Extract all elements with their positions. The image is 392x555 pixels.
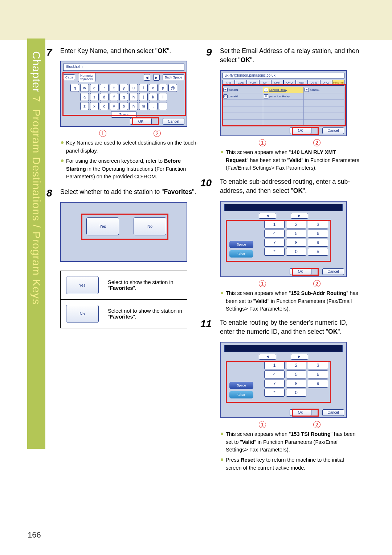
- contact-cell[interactable]: [263, 119, 304, 126]
- numkey-4[interactable]: 4: [264, 230, 285, 238]
- backspace-button[interactable]: Back Space: [163, 74, 184, 80]
- numkey-#[interactable]: #: [308, 248, 328, 256]
- key-p[interactable]: p: [159, 84, 167, 92]
- left-arrow-icon[interactable]: ◄: [259, 213, 276, 219]
- key-o[interactable]: o: [149, 84, 158, 92]
- numkey-2[interactable]: 2: [286, 361, 306, 369]
- cancel-button[interactable]: Cancel: [163, 118, 184, 125]
- contact-cell[interactable]: ✉pana01: [222, 87, 263, 93]
- space-key[interactable]: Space: [111, 111, 136, 118]
- ok-button[interactable]: OK: [130, 118, 152, 125]
- numkey-5[interactable]: 5: [286, 370, 306, 378]
- tab-favorite[interactable]: Favorite: [332, 80, 344, 86]
- numkey-1[interactable]: 1: [264, 220, 285, 228]
- key-b[interactable]: b: [119, 102, 128, 110]
- space-button[interactable]: Space: [229, 241, 253, 248]
- contact-cell[interactable]: ✉pana01: [304, 87, 344, 93]
- contact-cell[interactable]: [222, 119, 263, 126]
- ok-button[interactable]: OK: [290, 268, 311, 275]
- clear-button[interactable]: Clear: [229, 250, 253, 258]
- tab-lmn[interactable]: LMN: [271, 80, 283, 86]
- tab-uvw[interactable]: UVW: [308, 80, 320, 86]
- contact-cell[interactable]: [304, 93, 344, 100]
- clear-button[interactable]: Clear: [229, 391, 253, 398]
- numkey-2[interactable]: 2: [286, 220, 306, 228]
- key-i[interactable]: i: [139, 84, 148, 92]
- tab-rst[interactable]: RST: [296, 80, 308, 86]
- key-x[interactable]: x: [90, 102, 99, 110]
- key-s[interactable]: s: [90, 93, 99, 101]
- key-c[interactable]: c: [100, 102, 109, 110]
- contact-cell[interactable]: [222, 113, 263, 119]
- tab-fgh[interactable]: FGH: [247, 80, 259, 86]
- numkey-3[interactable]: 3: [308, 220, 328, 228]
- numkey-5[interactable]: 5: [286, 230, 306, 238]
- email-address-field[interactable]: uk-rly@london.panasonic.co.uk: [222, 73, 344, 78]
- contact-cell[interactable]: [263, 113, 304, 119]
- caps-button[interactable]: Caps: [63, 74, 75, 80]
- contact-cell[interactable]: [304, 106, 344, 113]
- key-n[interactable]: n: [129, 102, 138, 110]
- numkey-6[interactable]: 6: [308, 230, 328, 238]
- key-j[interactable]: j: [139, 93, 148, 101]
- contact-cell[interactable]: [263, 100, 304, 106]
- contact-cell[interactable]: ✉pana03: [222, 93, 263, 100]
- tab-#ab[interactable]: #AB: [222, 80, 235, 86]
- tab-ijk[interactable]: IJK: [259, 80, 271, 86]
- cancel-button[interactable]: Cancel: [322, 268, 344, 275]
- key-m[interactable]: m: [139, 102, 148, 110]
- tab-opq[interactable]: OPQ: [283, 80, 296, 86]
- numeric-symbols-button[interactable]: Numeric/ Symbols: [78, 73, 95, 82]
- key-@[interactable]: @: [168, 84, 177, 92]
- contact-cell[interactable]: [263, 106, 304, 113]
- key-k[interactable]: k: [149, 93, 158, 101]
- numkey-3[interactable]: 3: [308, 361, 328, 369]
- key-r[interactable]: r: [100, 84, 109, 92]
- ok-button[interactable]: OK: [290, 127, 311, 134]
- cancel-button[interactable]: Cancel: [322, 409, 344, 416]
- contact-cell[interactable]: [222, 106, 263, 113]
- contact-cell[interactable]: [304, 119, 344, 126]
- numkey-9[interactable]: 9: [308, 380, 328, 388]
- space-button[interactable]: Space: [229, 382, 253, 389]
- key-v[interactable]: v: [110, 102, 118, 110]
- tab-cde[interactable]: CDE: [235, 80, 247, 86]
- numkey-0[interactable]: 0: [286, 389, 306, 397]
- key-g[interactable]: g: [119, 93, 128, 101]
- keyboard-entry-field[interactable]: Stockholm: [63, 64, 184, 71]
- key-u[interactable]: u: [129, 84, 138, 92]
- key-f[interactable]: f: [110, 93, 118, 101]
- left-arrow-icon[interactable]: ◀: [144, 74, 150, 81]
- key-_[interactable]: _: [159, 102, 167, 110]
- contact-cell[interactable]: [222, 100, 263, 106]
- numkey-*[interactable]: *: [264, 389, 285, 397]
- key-e[interactable]: e: [90, 84, 99, 92]
- key-y[interactable]: y: [119, 84, 128, 92]
- numkey-7[interactable]: 7: [264, 239, 285, 247]
- right-arrow-icon[interactable]: ►: [291, 213, 308, 219]
- numkey-1[interactable]: 1: [264, 361, 285, 369]
- right-arrow-icon[interactable]: ▶: [153, 74, 160, 81]
- right-arrow-icon[interactable]: ►: [291, 354, 308, 360]
- key-z[interactable]: z: [80, 102, 89, 110]
- key-q[interactable]: q: [70, 84, 79, 92]
- yes-button[interactable]: Yes: [86, 217, 119, 235]
- contact-cell[interactable]: [304, 100, 344, 106]
- key-t[interactable]: t: [110, 84, 118, 92]
- contact-cell[interactable]: ✉pana_LanRelay: [263, 93, 304, 100]
- numkey-8[interactable]: 8: [286, 380, 306, 388]
- key-w[interactable]: w: [80, 84, 89, 92]
- key-.[interactable]: .: [149, 102, 158, 110]
- cancel-button[interactable]: Cancel: [322, 127, 344, 134]
- numkey-6[interactable]: 6: [308, 370, 328, 378]
- left-arrow-icon[interactable]: ◄: [259, 354, 276, 360]
- contact-cell[interactable]: [304, 113, 344, 119]
- no-button[interactable]: No: [134, 217, 166, 235]
- numkey-*[interactable]: *: [264, 248, 285, 256]
- key-a[interactable]: a: [80, 93, 89, 101]
- ok-button[interactable]: OK: [290, 409, 311, 416]
- numkey-7[interactable]: 7: [264, 380, 285, 388]
- contact-cell[interactable]: ✉London Relay: [263, 87, 304, 93]
- numkey-9[interactable]: 9: [308, 239, 328, 247]
- tab-xyz[interactable]: XYZ: [320, 80, 332, 86]
